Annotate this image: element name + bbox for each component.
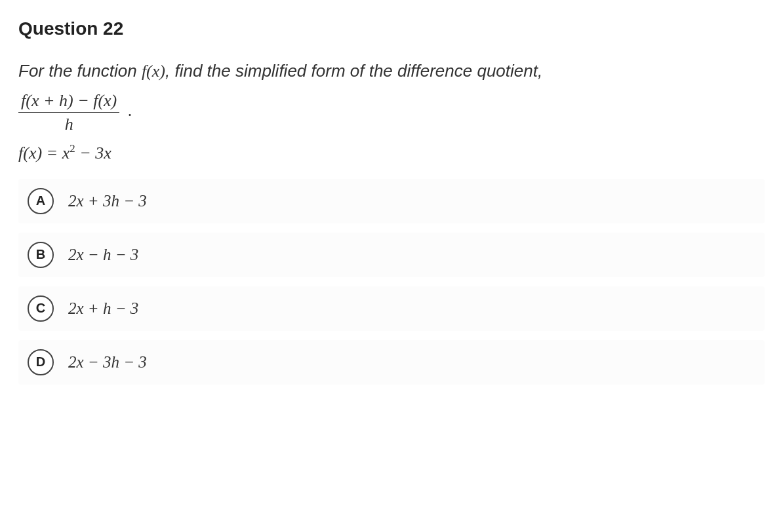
option-letter-c: C: [28, 295, 54, 322]
question-number: Question 22: [18, 18, 765, 39]
func-rhs-tail: − 3x: [75, 143, 111, 162]
answer-options: A 2x + 3h − 3 B 2x − h − 3 C 2x + h − 3 …: [18, 179, 765, 385]
option-text-b: 2x − h − 3: [68, 246, 138, 264]
fraction: f(x + h) − f(x) h: [18, 90, 119, 134]
prompt-lead: For the function: [18, 61, 142, 81]
option-letter-d: D: [28, 349, 54, 375]
prompt-func: f(x): [142, 62, 165, 81]
function-definition: f(x) = x2 − 3x: [18, 143, 765, 163]
question-prompt: For the function f(x), find the simplifi…: [18, 58, 765, 85]
period: .: [128, 101, 132, 120]
option-a[interactable]: A 2x + 3h − 3: [18, 179, 765, 223]
prompt-mid: , find the simplified form of the differ…: [165, 61, 542, 81]
option-text-c: 2x + h − 3: [68, 299, 138, 318]
option-b[interactable]: B 2x − h − 3: [18, 233, 765, 277]
func-rhs-x: x: [62, 143, 70, 162]
option-letter-a: A: [28, 188, 54, 214]
option-d[interactable]: D 2x − 3h − 3: [18, 340, 765, 385]
fraction-numerator: f(x + h) − f(x): [18, 90, 119, 112]
option-text-d: 2x − 3h − 3: [68, 353, 147, 371]
difference-quotient: f(x + h) − f(x) h .: [18, 90, 765, 134]
option-c[interactable]: C 2x + h − 3: [18, 286, 765, 331]
fraction-denominator: h: [18, 112, 119, 134]
option-letter-b: B: [28, 242, 54, 268]
func-rhs-exp: 2: [70, 142, 75, 155]
func-lhs: f(x) =: [18, 143, 62, 162]
option-text-a: 2x + 3h − 3: [68, 192, 147, 210]
